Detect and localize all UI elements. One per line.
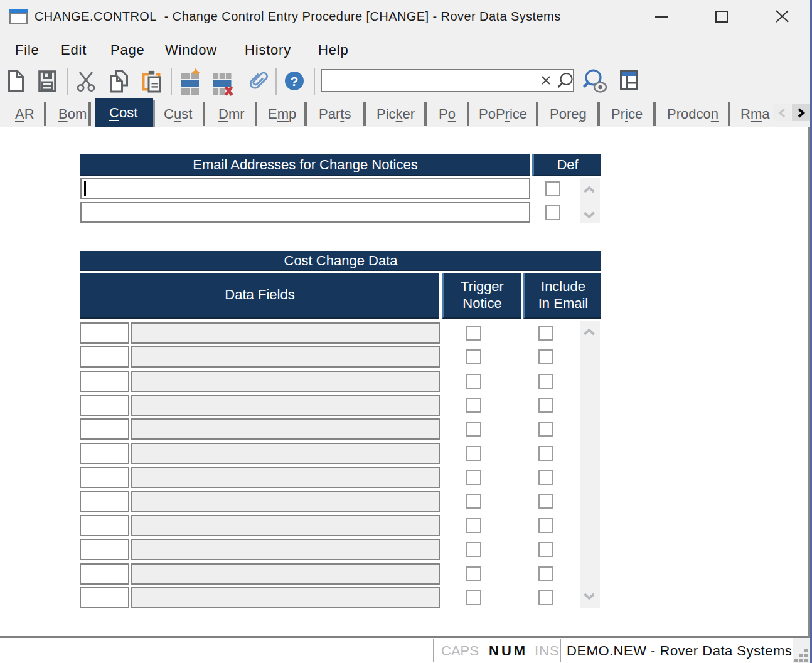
svg-text:?: ? — [291, 74, 299, 88]
